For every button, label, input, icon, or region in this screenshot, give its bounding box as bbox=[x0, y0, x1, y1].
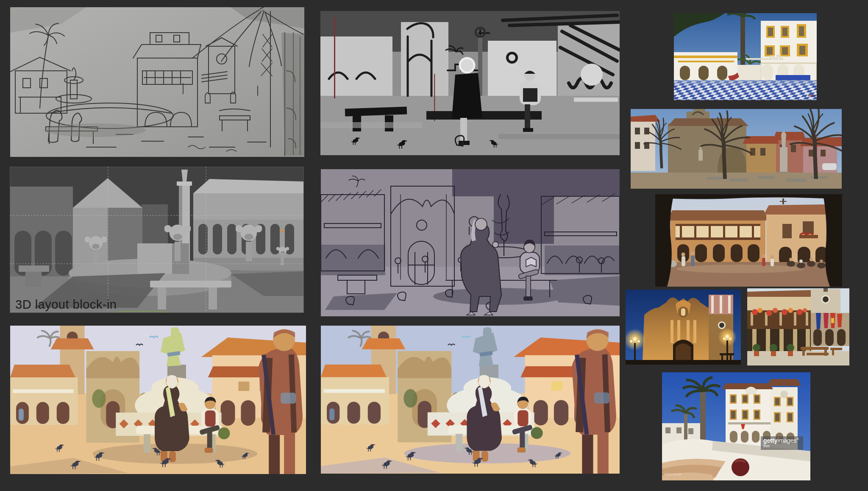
arcade-flags-photo bbox=[747, 288, 849, 365]
getty-building-photo bbox=[662, 372, 810, 480]
getty-watermark-bold: getty bbox=[763, 437, 777, 444]
reference-photo-cathedral-night bbox=[626, 290, 741, 365]
reference-photo-plaza-tiles: HNK bbox=[674, 13, 817, 100]
gettyimages-watermark: gettyimages® fhm bbox=[761, 436, 803, 450]
reference-photo-arcade-evening bbox=[655, 194, 842, 287]
panel-color-study-warm bbox=[10, 326, 306, 474]
pencil-sketch-artwork bbox=[10, 7, 304, 157]
cathedral-night-photo bbox=[626, 290, 741, 365]
getty-watermark-light: images bbox=[777, 437, 796, 444]
getty-watermark-reg: ® bbox=[797, 438, 799, 441]
panel-value-study bbox=[320, 11, 620, 155]
photographer-watermark: HNK bbox=[808, 94, 815, 97]
reference-photo-getty-building: gettyimages® fhm 856618128 bbox=[662, 372, 810, 480]
line-art-artwork bbox=[321, 169, 620, 316]
panel-caption-3d-layout: 3D layout block-in bbox=[15, 298, 117, 312]
value-study-artwork bbox=[320, 11, 620, 155]
arcade-evening-photo bbox=[655, 194, 842, 287]
panel-line-art bbox=[321, 169, 620, 316]
plaza-tiles-photo bbox=[674, 13, 817, 100]
color-study-warm-artwork bbox=[10, 326, 306, 474]
panel-3d-layout: 3D layout block-in bbox=[10, 167, 303, 312]
reference-photo-arcade-flags bbox=[747, 288, 849, 365]
getty-asset-id: 856618128 bbox=[664, 472, 681, 476]
panel-color-study-final bbox=[321, 326, 620, 474]
3d-layout-artwork bbox=[10, 167, 303, 312]
winter-square-photo bbox=[631, 109, 842, 189]
panel-pencil-sketch bbox=[10, 7, 304, 157]
reference-photo-winter-square bbox=[631, 109, 842, 189]
color-study-final-artwork bbox=[321, 326, 620, 474]
getty-credit: fhm bbox=[763, 444, 801, 448]
concept-art-board: 3D layout block-in bbox=[0, 0, 868, 491]
